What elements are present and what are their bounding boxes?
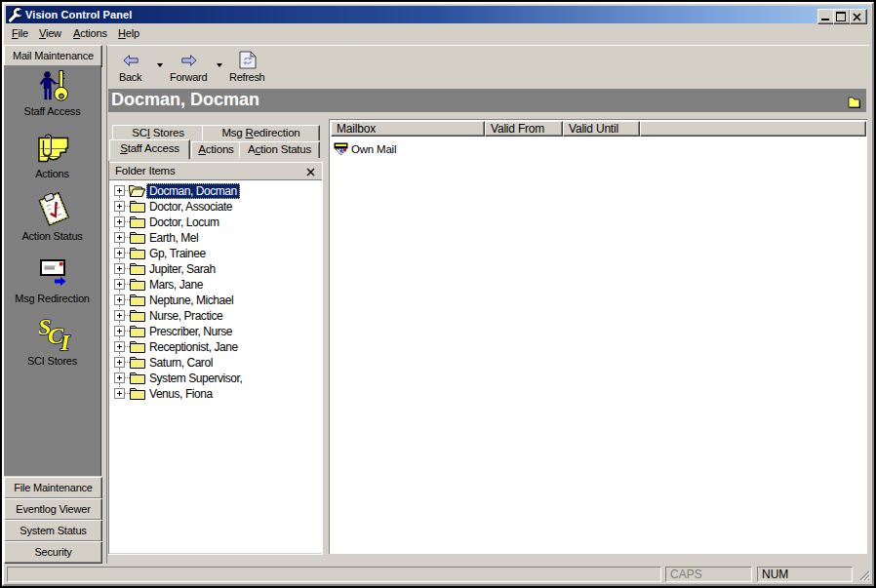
svg-text:I: I xyxy=(60,330,71,352)
